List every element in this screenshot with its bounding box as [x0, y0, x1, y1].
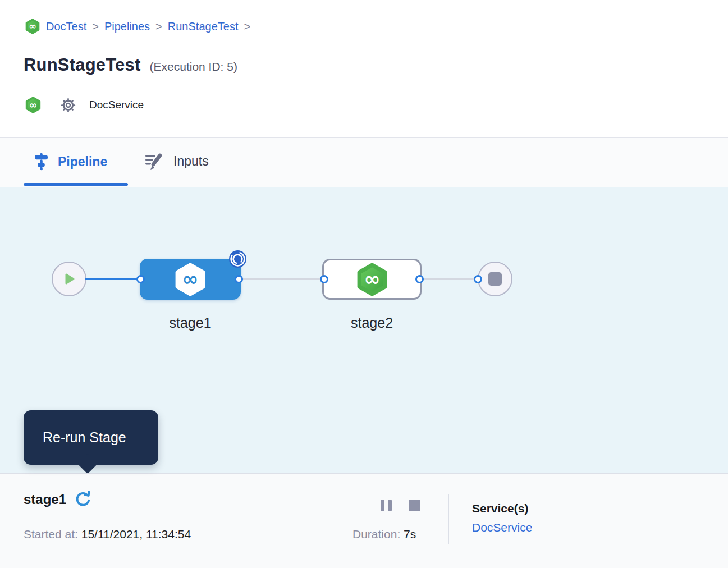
breadcrumb-pipeline-link[interactable]: RunStageTest [168, 20, 239, 33]
rerun-stage-button[interactable] [74, 491, 92, 509]
tab-pipeline[interactable]: Pipeline [35, 153, 107, 171]
harness-logo-icon: ∞ [25, 19, 40, 34]
stage1-running-spinner-icon [228, 250, 247, 268]
pipeline-start-node [52, 262, 86, 296]
tab-inputs-label: Inputs [173, 154, 209, 169]
svg-text:∞: ∞ [182, 268, 199, 290]
footer-stage-title: stage1 [24, 492, 66, 507]
page-header: ∞ DocTest > Pipelines > RunStageTest > R… [0, 0, 728, 138]
execution-id-label: (Execution ID: 5) [150, 60, 237, 74]
pause-pipeline-button[interactable] [381, 500, 392, 511]
refresh-icon [74, 491, 92, 509]
started-at-value: 15/11/2021, 11:34:54 [81, 528, 191, 540]
edge-start-to-stage1 [85, 278, 141, 280]
breadcrumb: ∞ DocTest > Pipelines > RunStageTest > [25, 19, 250, 34]
stage1-label: stage1 [140, 315, 241, 331]
service-link[interactable]: DocService [472, 521, 532, 534]
service-summary-row: ∞ DocSe [25, 97, 144, 113]
stage2-node[interactable]: ∞ [322, 259, 422, 300]
stage2-label: stage2 [322, 315, 422, 331]
services-label: Service(s) [472, 502, 528, 515]
breadcrumb-project-link[interactable]: DocTest [46, 20, 86, 33]
play-icon [62, 272, 76, 286]
stage-details-footer: stage1 Started at: 15/11/2021, 11:34:54 … [0, 473, 728, 568]
stage1-out-port [235, 275, 243, 283]
stage2-out-port [415, 275, 424, 283]
tab-inputs[interactable]: Inputs [145, 153, 209, 170]
breadcrumb-separator: > [92, 20, 99, 33]
breadcrumb-separator: > [244, 20, 250, 33]
tab-pipeline-label: Pipeline [58, 154, 107, 170]
harness-logo-icon: ∞ [355, 263, 389, 296]
edge-stage1-to-stage2 [240, 278, 326, 280]
pipeline-end-node [478, 262, 512, 296]
duration-row: Duration: 7s [352, 528, 416, 541]
pipeline-icon [35, 153, 48, 171]
page-title: RunStageTest [24, 55, 141, 75]
stage2-in-port [320, 275, 328, 283]
harness-logo-icon: ∞ [25, 97, 42, 113]
view-tabbar: Pipeline Inputs [0, 138, 728, 187]
abort-pipeline-button[interactable] [409, 500, 420, 511]
started-at-row: Started at: 15/11/2021, 11:34:54 [24, 528, 191, 541]
pause-icon [381, 500, 384, 511]
started-at-label: Started at: [24, 528, 78, 540]
gear-icon [61, 98, 76, 113]
title-row: RunStageTest (Execution ID: 5) [24, 55, 237, 75]
edge-stage2-to-end [421, 278, 479, 280]
svg-text:∞: ∞ [29, 99, 38, 111]
end-in-port [474, 275, 482, 283]
active-tab-underline [24, 183, 128, 186]
duration-label: Duration: [352, 528, 400, 540]
breadcrumb-pipelines-link[interactable]: Pipelines [104, 20, 150, 33]
stage1-node[interactable]: ∞ [140, 259, 241, 300]
stage1-in-port [136, 275, 145, 283]
breadcrumb-separator: > [155, 20, 162, 33]
inputs-icon [145, 153, 163, 170]
svg-text:∞: ∞ [29, 21, 36, 31]
rerun-stage-tooltip: Re-run Stage [24, 410, 158, 465]
svg-text:∞: ∞ [364, 268, 380, 290]
duration-value: 7s [404, 528, 416, 540]
stop-square-icon [488, 272, 502, 286]
pause-icon [388, 500, 392, 511]
pipeline-execution-page: ∞ DocTest > Pipelines > RunStageTest > R… [0, 0, 728, 568]
footer-divider [448, 494, 449, 544]
harness-logo-icon: ∞ [173, 263, 207, 296]
tooltip-label: Re-run Stage [43, 410, 126, 465]
service-name-label: DocService [89, 99, 144, 111]
